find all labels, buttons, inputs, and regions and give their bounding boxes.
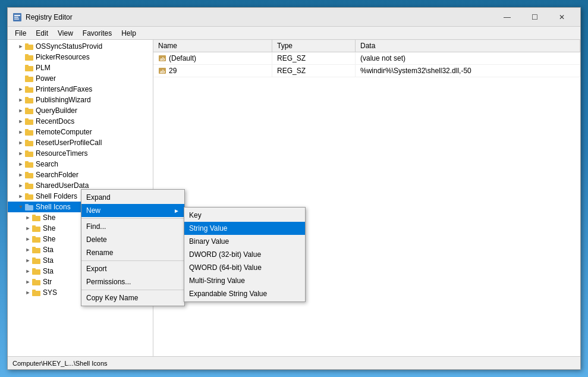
ctx-copy-key-name[interactable]: Copy Key Name [81,291,184,304]
ctx-permissions[interactable]: Permissions... [81,275,184,288]
tree-item[interactable]: ► PublishingWizard [8,95,153,105]
svg-rect-41 [32,236,36,238]
expand-arrow-icon: ► [17,43,24,50]
sub-menu: Key String Value Binary Value DWORD (32-… [184,207,306,302]
folder-icon [24,159,34,169]
expand-arrow-icon: ► [17,193,24,200]
tree-item[interactable]: ► RemoteComputer [8,127,153,137]
svg-rect-17 [25,108,29,109]
svg-rect-32 [25,194,33,200]
reg-name-value: (Default) [169,54,196,62]
svg-rect-39 [32,225,36,227]
tree-item-label: PLM [36,64,51,72]
tree-item[interactable]: PLM [8,62,153,73]
menu-file[interactable]: File [10,28,31,39]
close-button[interactable]: ✕ [548,8,576,27]
table-header: Name Type Data [153,40,580,52]
tree-item-label: RecentDocs [36,117,74,125]
svg-rect-42 [32,248,40,253]
svg-rect-51 [32,290,36,291]
menu-favorites[interactable]: Favorites [78,28,117,39]
ctx-find[interactable]: Find... [81,220,184,233]
svg-rect-2 [14,17,18,18]
expand-arrow-icon: ► [24,225,32,232]
folder-icon [32,277,41,287]
tree-item-label: RemoteComputer [36,128,92,136]
tree-item[interactable]: ► SearchFolder [8,169,153,180]
folder-icon [24,191,34,201]
col-header-type: Type [272,40,356,52]
table-row[interactable]: ab 29 REG_SZ %windir%\System32\shell32.d… [153,65,580,77]
svg-rect-49 [32,279,36,281]
tree-item[interactable]: ► Search [8,159,153,169]
tree-item-label: Str [43,278,52,286]
menu-help[interactable]: Help [117,28,141,39]
ctx-rename[interactable]: Rename [81,246,184,259]
tree-item-label: She [43,235,55,243]
ctx-delete[interactable]: Delete [81,233,184,246]
title-bar: Registry Editor — ☐ ✕ [8,8,580,27]
svg-rect-15 [25,97,29,99]
expand-arrow-icon: ▼ [17,203,24,211]
expand-arrow-icon: ► [24,289,32,296]
svg-rect-24 [25,152,33,157]
tree-item[interactable]: ► RecentDocs [8,116,153,127]
svg-rect-35 [25,204,29,206]
svg-text:ab: ab [160,56,165,62]
svg-rect-46 [32,269,40,275]
tree-item-label: Sta [43,267,54,275]
sub-item-multi-string-value[interactable]: Multi-String Value [184,274,305,287]
tree-item[interactable]: ► ResourceTimers [8,148,153,159]
minimize-button[interactable]: — [493,8,521,27]
expand-arrow-icon: ► [17,161,24,168]
ctx-new[interactable]: New ► [81,204,184,217]
app-icon [12,12,22,22]
tree-item-label: QueryBuilder [36,106,77,115]
svg-rect-22 [25,141,33,146]
expand-arrow-icon: ► [24,268,32,275]
tree-item[interactable]: PickerResources [8,52,153,62]
svg-rect-47 [32,268,36,270]
tree-item[interactable]: ► ResetUserProfileCall [8,137,153,148]
tree-item[interactable]: Power [8,73,153,84]
tree-item-label: SearchFolder [36,171,78,179]
table-row[interactable]: ab (Default) REG_SZ (value not set) [153,52,580,65]
svg-rect-7 [25,54,29,56]
reg-value-icon: ab [158,67,166,75]
reg-value-icon: ab [158,54,166,62]
svg-rect-27 [25,161,29,163]
folder-icon [32,224,41,233]
ctx-expand[interactable]: Expand [81,191,184,204]
svg-rect-8 [25,66,33,71]
sub-item-string-value[interactable]: String Value [184,222,305,235]
ctx-export[interactable]: Export [81,262,184,275]
ctx-separator [81,218,184,219]
expand-arrow-icon: ► [24,235,32,243]
svg-rect-37 [32,215,36,216]
svg-rect-28 [25,173,33,178]
svg-rect-14 [25,98,33,103]
svg-rect-43 [32,247,36,249]
sub-item-qword-value[interactable]: QWORD (64-bit) Value [184,261,305,274]
tree-item[interactable]: ► QueryBuilder [8,105,153,116]
sub-item-binary-value[interactable]: Binary Value [184,235,305,248]
expand-arrow-icon: ► [17,182,24,189]
svg-rect-50 [32,291,40,296]
folder-icon [32,245,41,255]
reg-data-cell: %windir%\System32\shell32.dll,-50 [356,65,580,77]
menu-view[interactable]: View [53,28,78,39]
svg-rect-30 [25,184,33,189]
svg-rect-4 [25,45,33,50]
maximize-button[interactable]: ☐ [521,8,548,27]
tree-item[interactable]: ► OSSyncStatusProvid [8,41,153,52]
folder-icon [24,117,34,126]
tree-item[interactable]: ► PrintersAndFaxes [8,84,153,95]
tree-item-label: ResetUserProfileCall [36,139,102,147]
menu-edit[interactable]: Edit [31,28,53,39]
sub-item-key[interactable]: Key [184,209,305,222]
svg-rect-48 [32,280,40,285]
tree-item-label: OSSyncStatusProvid [36,42,102,51]
window-title: Registry Editor [26,13,493,21]
sub-item-dword-value[interactable]: DWORD (32-bit) Value [184,248,305,261]
sub-item-expandable-string-value[interactable]: Expandable String Value [184,287,305,300]
